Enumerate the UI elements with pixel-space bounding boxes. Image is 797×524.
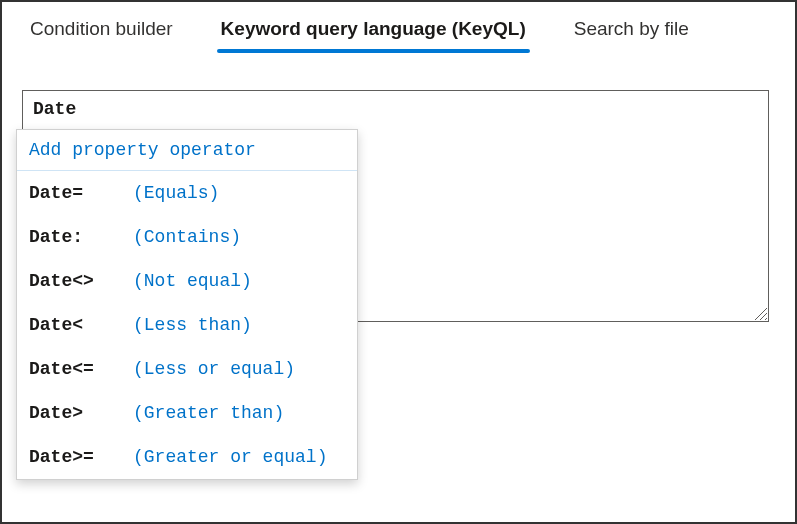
operator-item-greater-or-equal[interactable]: Date>= (Greater or equal) bbox=[17, 435, 357, 479]
operator-key: Date: bbox=[29, 227, 133, 247]
dropdown-list: Date= (Equals) Date: (Contains) Date<> (… bbox=[17, 171, 357, 479]
operator-desc: (Contains) bbox=[133, 227, 241, 247]
operator-desc: (Less than) bbox=[133, 315, 252, 335]
tab-condition-builder[interactable]: Condition builder bbox=[26, 18, 177, 52]
operator-item-greater-than[interactable]: Date> (Greater than) bbox=[17, 391, 357, 435]
operator-desc: (Less or equal) bbox=[133, 359, 295, 379]
operator-item-contains[interactable]: Date: (Contains) bbox=[17, 215, 357, 259]
operator-item-less-than[interactable]: Date< (Less than) bbox=[17, 303, 357, 347]
dropdown-header: Add property operator bbox=[17, 130, 357, 171]
operator-key: Date<> bbox=[29, 271, 133, 291]
operator-desc: (Greater than) bbox=[133, 403, 284, 423]
resize-handle-icon[interactable] bbox=[752, 305, 768, 321]
operator-key: Date> bbox=[29, 403, 133, 423]
tab-keyql[interactable]: Keyword query language (KeyQL) bbox=[217, 18, 530, 52]
svg-line-2 bbox=[765, 318, 767, 320]
operator-key: Date= bbox=[29, 183, 133, 203]
operator-key: Date<= bbox=[29, 359, 133, 379]
operator-item-less-or-equal[interactable]: Date<= (Less or equal) bbox=[17, 347, 357, 391]
tab-search-by-file[interactable]: Search by file bbox=[570, 18, 693, 52]
operator-item-not-equal[interactable]: Date<> (Not equal) bbox=[17, 259, 357, 303]
svg-line-0 bbox=[755, 308, 767, 320]
operator-item-equals[interactable]: Date= (Equals) bbox=[17, 171, 357, 215]
operator-desc: (Equals) bbox=[133, 183, 219, 203]
operator-key: Date>= bbox=[29, 447, 133, 467]
query-tabs: Condition builder Keyword query language… bbox=[2, 2, 795, 52]
query-text-content: Date bbox=[33, 99, 76, 119]
operator-key: Date< bbox=[29, 315, 133, 335]
operator-suggestions-dropdown: Add property operator Date= (Equals) Dat… bbox=[16, 129, 358, 480]
operator-desc: (Greater or equal) bbox=[133, 447, 327, 467]
operator-desc: (Not equal) bbox=[133, 271, 252, 291]
